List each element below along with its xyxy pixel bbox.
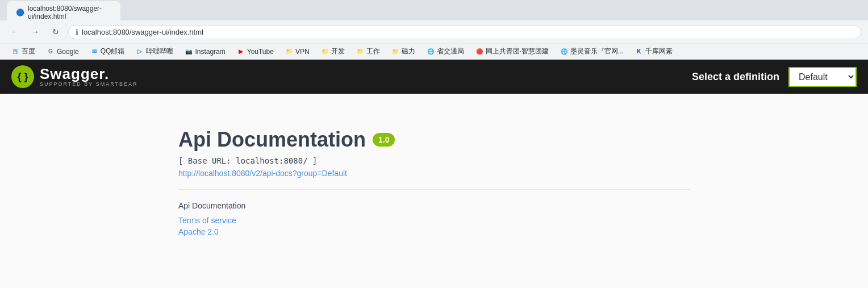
swagger-tagline: Supported by SMARTBEAR bbox=[40, 81, 138, 87]
bookmark-youtube[interactable]: ▶ YouTube bbox=[232, 47, 278, 57]
forward-button[interactable]: → bbox=[27, 24, 43, 40]
swagger-logo: { } Swagger. Supported by SMARTBEAR bbox=[11, 65, 138, 88]
bookmark-magnet-label: 磁力 bbox=[402, 47, 415, 56]
address-text: localhost:8080/swagger-ui/index.html bbox=[82, 28, 203, 36]
api-base-url: [ Base URL: localhost:8080/ ] bbox=[178, 156, 690, 165]
instagram-icon: 📷 bbox=[185, 48, 193, 56]
definition-select[interactable]: Default bbox=[788, 67, 857, 87]
tab-bar: 🔵 localhost:8080/swagger-ui/index.html bbox=[0, 0, 868, 20]
folder-work-icon: 📁 bbox=[356, 48, 364, 56]
bookmark-youth-label: 网上共青团·智慧团建 bbox=[486, 47, 549, 56]
bookmarks-bar: 百 百度 G Google ✉ QQ邮箱 ▷ 哔哩哔哩 📷 Instagram … bbox=[0, 43, 868, 59]
bookmark-vpn-label: VPN bbox=[295, 48, 310, 56]
swagger-logo-icon: { } bbox=[11, 65, 34, 88]
traffic-icon: 🌐 bbox=[427, 48, 435, 56]
api-version-badge: 1.0 bbox=[373, 133, 395, 147]
tab-title: localhost:8080/swagger-ui/index.html bbox=[28, 5, 111, 20]
swagger-brand-name: Swagger. bbox=[40, 66, 138, 81]
terms-of-service-link[interactable]: Terms of service bbox=[178, 216, 690, 225]
api-divider bbox=[178, 189, 690, 190]
baidu-icon: 百 bbox=[11, 48, 19, 56]
bilibili-icon: ▷ bbox=[136, 48, 144, 56]
bookmark-qqmail-label: QQ邮箱 bbox=[101, 47, 125, 56]
youth-icon: 🔴 bbox=[475, 48, 483, 56]
bookmark-google-label: Google bbox=[57, 48, 79, 56]
youtube-icon: ▶ bbox=[237, 48, 245, 56]
bookmark-qqmail[interactable]: ✉ QQ邮箱 bbox=[86, 45, 130, 57]
info-icon: ℹ bbox=[76, 28, 78, 36]
bookmark-instagram[interactable]: 📷 Instagram bbox=[180, 47, 229, 57]
swagger-main: Api Documentation 1.0 [ Base URL: localh… bbox=[0, 94, 868, 288]
api-description: Api Documentation bbox=[178, 201, 690, 210]
active-tab[interactable]: 🔵 localhost:8080/swagger-ui/index.html bbox=[7, 1, 120, 24]
select-definition-label: Select a definition bbox=[692, 71, 779, 83]
bookmark-qianku-label: 千库网素 bbox=[645, 47, 673, 56]
license-link[interactable]: Apache 2.0 bbox=[178, 227, 690, 236]
bookmark-vpn[interactable]: 📁 VPN bbox=[281, 47, 314, 57]
google-icon: G bbox=[47, 48, 55, 56]
bookmark-bilibili-label: 哔哩哔哩 bbox=[146, 47, 173, 56]
bookmark-youtube-label: YouTube bbox=[247, 48, 274, 56]
swagger-header-right: Select a definition Default bbox=[692, 67, 857, 87]
folder-magnet-icon: 📁 bbox=[391, 48, 399, 56]
qqmail-icon: ✉ bbox=[90, 48, 98, 56]
api-docs-link[interactable]: http://localhost:8080/v2/api-docs?group=… bbox=[178, 169, 690, 178]
bookmark-qianku[interactable]: K 千库网素 bbox=[631, 45, 677, 57]
bookmark-music[interactable]: 🌐 墨灵音乐『官网... bbox=[556, 45, 628, 57]
bookmark-youth[interactable]: 🔴 网上共青团·智慧团建 bbox=[471, 45, 553, 57]
bookmark-dev-label: 开发 bbox=[331, 47, 345, 56]
bookmark-traffic[interactable]: 🌐 省交通局 bbox=[422, 45, 469, 57]
qianku-icon: K bbox=[635, 48, 643, 56]
bookmark-work-label: 工作 bbox=[366, 47, 380, 56]
tab-icon: 🔵 bbox=[16, 9, 24, 16]
music-icon: 🌐 bbox=[560, 48, 568, 56]
bookmark-baidu[interactable]: 百 百度 bbox=[7, 45, 40, 57]
browser-chrome: 🔵 localhost:8080/swagger-ui/index.html ←… bbox=[0, 0, 868, 60]
swagger-header: { } Swagger. Supported by SMARTBEAR Sele… bbox=[0, 60, 868, 94]
folder-vpn-icon: 📁 bbox=[285, 48, 293, 56]
bookmark-magnet[interactable]: 📁 磁力 bbox=[387, 45, 420, 57]
reload-button[interactable]: ↻ bbox=[48, 24, 64, 40]
back-button[interactable]: ← bbox=[7, 24, 23, 40]
bookmark-baidu-label: 百度 bbox=[22, 47, 35, 56]
bookmark-bilibili[interactable]: ▷ 哔哩哔哩 bbox=[131, 45, 178, 57]
swagger-logo-text: Swagger. Supported by SMARTBEAR bbox=[40, 66, 138, 87]
browser-toolbar: ← → ↻ ℹ localhost:8080/swagger-ui/index.… bbox=[0, 20, 868, 43]
api-title: Api Documentation bbox=[178, 128, 366, 152]
api-links: Terms of service Apache 2.0 bbox=[178, 216, 690, 236]
bookmark-instagram-label: Instagram bbox=[195, 48, 225, 56]
api-info: Api Documentation 1.0 [ Base URL: localh… bbox=[178, 116, 690, 248]
folder-dev-icon: 📁 bbox=[321, 48, 329, 56]
bookmark-dev[interactable]: 📁 开发 bbox=[316, 45, 349, 57]
bookmark-music-label: 墨灵音乐『官网... bbox=[570, 47, 624, 56]
api-title-row: Api Documentation 1.0 bbox=[178, 128, 690, 152]
bookmark-google[interactable]: G Google bbox=[42, 47, 84, 57]
bookmark-work[interactable]: 📁 工作 bbox=[352, 45, 385, 57]
bookmark-traffic-label: 省交通局 bbox=[437, 47, 464, 56]
address-bar[interactable]: ℹ localhost:8080/swagger-ui/index.html bbox=[68, 25, 861, 39]
